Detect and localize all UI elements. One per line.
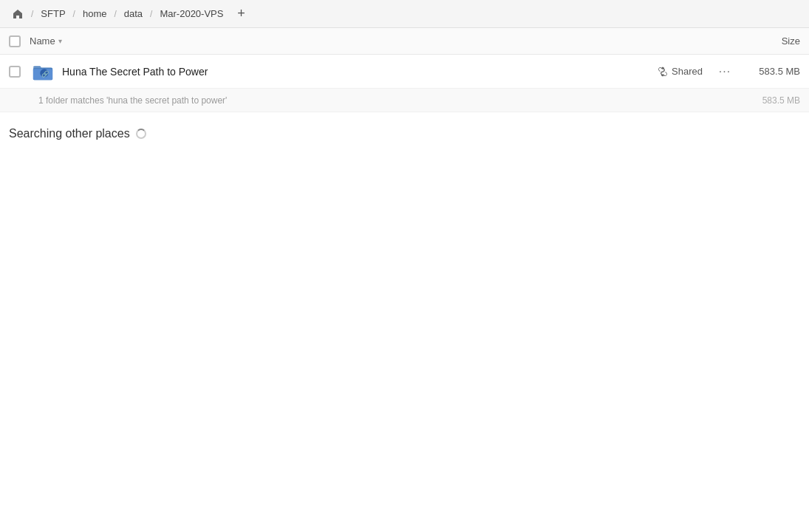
select-all-checkbox[interactable]: [9, 35, 21, 47]
add-tab-button[interactable]: +: [231, 4, 251, 24]
row-checkbox-container[interactable]: [9, 66, 30, 78]
search-info-row: 1 folder matches 'huna the secret path t…: [0, 89, 809, 112]
select-all-checkbox-container[interactable]: [9, 35, 30, 47]
breadcrumb-mar-2020-vps[interactable]: Mar-2020-VPS: [154, 4, 229, 24]
searching-title: Searching other places: [9, 127, 130, 140]
breadcrumb-home[interactable]: home: [77, 4, 113, 24]
link-icon: [658, 66, 668, 77]
more-options-button[interactable]: ···: [714, 61, 735, 82]
home-button[interactable]: [6, 2, 30, 26]
home-icon: [12, 8, 24, 20]
folder-icon: 🔗: [30, 58, 56, 85]
shared-badge: Shared: [658, 66, 703, 77]
sort-arrow-icon: ▾: [58, 37, 62, 45]
file-size-label: 583.5 MB: [741, 66, 800, 77]
search-match-info: 1 folder matches 'huna the secret path t…: [38, 95, 741, 106]
separator-3: /: [114, 9, 116, 19]
separator-1: /: [31, 9, 33, 19]
search-total-size: 583.5 MB: [741, 95, 800, 106]
file-name-label: Huna The Secret Path to Power: [62, 66, 658, 78]
breadcrumb-bar: / SFTP / home / data / Mar-2020-VPS +: [0, 0, 809, 28]
separator-4: /: [150, 9, 152, 19]
breadcrumb-sftp[interactable]: SFTP: [35, 4, 71, 24]
row-checkbox[interactable]: [9, 66, 21, 78]
separator-2: /: [73, 9, 75, 19]
loading-spinner: [136, 129, 146, 139]
searching-other-places-section: Searching other places: [0, 112, 809, 146]
name-column-header[interactable]: Name ▾: [30, 35, 726, 47]
size-column-header: Size: [726, 35, 800, 47]
column-header-row: Name ▾ Size: [0, 28, 809, 55]
breadcrumb-data[interactable]: data: [118, 4, 149, 24]
svg-text:🔗: 🔗: [41, 69, 50, 78]
file-list-item[interactable]: 🔗 Huna The Secret Path to Power Shared ·…: [0, 55, 809, 89]
